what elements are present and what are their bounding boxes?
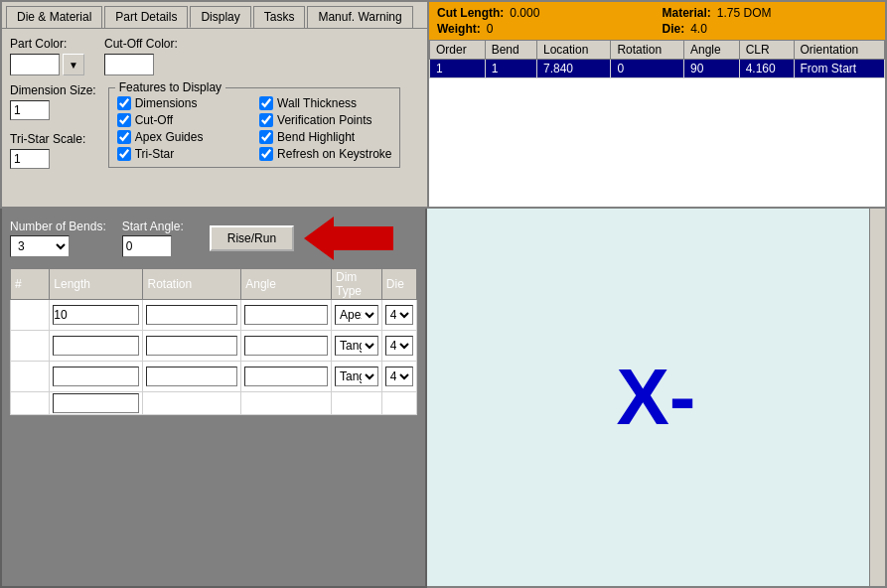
dimension-size-group: Dimension Size:: [10, 83, 96, 120]
col-bend: Bend: [485, 41, 536, 60]
bend2-rotation-cell: [143, 331, 241, 362]
start-angle-input[interactable]: [122, 235, 172, 257]
end-rotation-cell: [143, 392, 241, 415]
cell-angle: 90: [683, 60, 739, 78]
cut-length-value: 0.000: [510, 6, 539, 20]
end-length-input[interactable]: [53, 393, 139, 413]
tristar-scale-group: Tri-Star Scale:: [10, 132, 96, 169]
col-clr: CLR: [739, 41, 794, 60]
bend2-rotation-input[interactable]: [146, 336, 237, 356]
tab-manuf-warning[interactable]: Manuf. Warning: [307, 6, 412, 28]
end-die-cell: [381, 392, 416, 415]
bend1-die-cell: 4.0: [381, 300, 416, 331]
bend1-length-cell: [50, 300, 143, 331]
material-label: Material:: [663, 6, 711, 20]
col-orientation: Orientation: [794, 41, 884, 60]
num-bends-group: Number of Bends: 3 1 2 4 5: [10, 220, 106, 257]
feature-apex-checkbox[interactable]: [117, 130, 131, 144]
bend1-rotation-input[interactable]: [146, 305, 237, 325]
part-color-rect: [10, 54, 60, 75]
bend3-dimtype-select[interactable]: Apex Tangent: [335, 367, 378, 386]
feature-refresh-checkbox[interactable]: [259, 147, 273, 161]
tab-die-material[interactable]: Die & Material: [6, 6, 102, 28]
feature-dimensions-checkbox[interactable]: [117, 96, 131, 110]
cell-location: 7.840: [536, 60, 610, 78]
feature-tristar-checkbox[interactable]: [117, 147, 131, 161]
features-box: Features to Display Dimensions Wall Thic…: [108, 87, 401, 168]
bottom-left-panel: Number of Bends: 3 1 2 4 5 Start Angle: …: [0, 209, 427, 588]
feature-bend-highlight: Bend Highlight: [259, 130, 391, 144]
feature-bend-highlight-checkbox[interactable]: [259, 130, 273, 144]
col-angle-h: Angle: [241, 269, 332, 300]
rise-run-button[interactable]: Rise/Run: [210, 225, 294, 251]
feature-verification: Verification Points: [259, 113, 391, 127]
feature-dimensions-label: Dimensions: [135, 96, 198, 110]
material-item: Material: 1.75 DOM: [663, 6, 878, 20]
feature-verification-label: Verification Points: [277, 113, 371, 127]
bend1-rotation-cell: [143, 300, 241, 331]
feature-refresh: Refresh on Keystroke: [259, 147, 391, 161]
tab-display[interactable]: Display: [190, 6, 250, 28]
col-dim-type: Dim Type: [331, 269, 381, 300]
feature-cutoff-checkbox[interactable]: [117, 113, 131, 127]
bend3-angle-input[interactable]: [244, 367, 328, 386]
bend2-length-input[interactable]: [53, 336, 139, 356]
bend2-angle-input[interactable]: [244, 336, 328, 356]
num-bends-select[interactable]: 3 1 2 4 5: [10, 235, 70, 257]
part-color-group: Part Color: ▼: [10, 37, 84, 75]
bend3-rotation-input[interactable]: [146, 367, 237, 386]
part-color-btn[interactable]: ▼: [63, 54, 84, 75]
bend2-dimtype-select[interactable]: Apex Tangent: [335, 336, 378, 356]
bend3-die-cell: 4.0: [381, 362, 416, 392]
bend2-dimtype-cell: Apex Tangent: [331, 331, 381, 362]
bend2-die-select[interactable]: 4.0: [385, 336, 413, 356]
bends-header-row: # Length Rotation Angle Dim Type Die: [11, 269, 417, 300]
feature-bend-highlight-label: Bend Highlight: [277, 130, 355, 144]
bends-input-table: # Length Rotation Angle Dim Type Die Ben…: [10, 268, 417, 415]
bend3-die-select[interactable]: 4.0: [385, 367, 413, 386]
bend3-row: Bend 3 Apex Tangent 4.0: [11, 362, 417, 392]
cell-orientation: From Start: [794, 60, 884, 78]
die-value: 4.0: [690, 22, 707, 36]
cutoff-color-group: Cut-Off Color:: [104, 37, 178, 75]
vertical-scrollbar[interactable]: [869, 209, 885, 586]
col-die: Die: [381, 269, 416, 300]
bend3-length-input[interactable]: [53, 367, 139, 386]
col-location: Location: [536, 41, 610, 60]
end-angle-cell: [241, 392, 332, 415]
feature-tristar: Tri-Star: [117, 147, 249, 161]
bends-data-table: Order Bend Location Rotation Angle CLR O…: [429, 40, 885, 78]
bend2-length-cell: [50, 331, 143, 362]
bend1-angle-input[interactable]: [244, 305, 328, 325]
end-row: End: [11, 392, 417, 415]
tristar-scale-input[interactable]: [10, 149, 50, 169]
tab-tasks[interactable]: Tasks: [253, 6, 306, 28]
tab-part-details[interactable]: Part Details: [104, 6, 188, 28]
x-label: X-: [617, 352, 696, 443]
table-row[interactable]: 1 1 7.840 0 90 4.160 From Start: [430, 60, 885, 78]
num-bends-label: Number of Bends:: [10, 220, 106, 233]
bend3-rotation-cell: [143, 362, 241, 392]
bend1-length-input[interactable]: [53, 305, 139, 325]
bend1-die-select[interactable]: 4.0: [385, 305, 413, 325]
bottom-right-panel: X-: [427, 209, 887, 588]
dimension-size-input[interactable]: [10, 100, 50, 120]
feature-verification-checkbox[interactable]: [259, 113, 273, 127]
die-item: Die: 4.0: [663, 22, 878, 36]
bend3-length-cell: [50, 362, 143, 392]
bend3-name: Bend 3: [11, 362, 50, 392]
cell-order: 1: [430, 60, 486, 78]
end-length-cell: [50, 392, 143, 415]
cell-bend: 1: [485, 60, 536, 78]
bend1-dimtype-select[interactable]: Apex Tangent: [335, 305, 378, 325]
start-angle-label: Start Angle:: [122, 220, 184, 233]
feature-cutoff-label: Cut-Off: [135, 113, 173, 127]
feature-wall-thickness-checkbox[interactable]: [259, 96, 273, 110]
col-rotation: Rotation: [143, 269, 241, 300]
end-name: End: [11, 392, 50, 415]
feature-cutoff: Cut-Off: [117, 113, 249, 127]
bend1-row: Bend 1 Apex Tangent 4.0: [11, 300, 417, 331]
left-panel: Die & Material Part Details Display Task…: [0, 0, 427, 209]
weight-item: Weight: 0: [437, 22, 653, 36]
bend3-dimtype-cell: Apex Tangent: [331, 362, 381, 392]
